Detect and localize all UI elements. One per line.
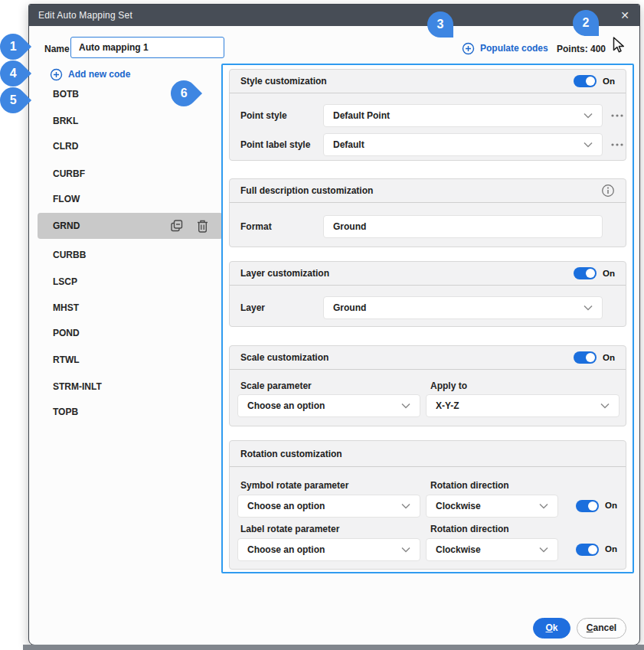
name-input[interactable] xyxy=(70,37,224,58)
dialog-titlebar[interactable]: Edit Auto Mapping Set xyxy=(29,5,639,26)
label-rotate-parameter-label: Label rotate parameter xyxy=(240,521,339,537)
code-item-pond[interactable]: POND xyxy=(53,325,175,341)
label-rotation-direction-dropdown[interactable]: Clockwise xyxy=(426,538,558,561)
add-new-code-label: Add new code xyxy=(68,67,130,82)
code-settings-panel: Style customization On Point style Defau… xyxy=(221,64,634,573)
scale-toggle[interactable] xyxy=(574,351,597,364)
code-item-clrd[interactable]: CLRD xyxy=(53,139,175,154)
symbol-rotation-toggle[interactable] xyxy=(576,500,599,512)
scale-parameter-label: Scale parameter xyxy=(240,378,312,394)
rotation-direction-label: Rotation direction xyxy=(430,521,509,537)
callout-badge-2: 2 xyxy=(573,10,599,36)
code-item-topb[interactable]: TOPB xyxy=(53,404,175,420)
plus-circle-icon xyxy=(50,68,63,81)
info-icon[interactable] xyxy=(601,184,615,198)
scale-toggle-state: On xyxy=(603,353,615,362)
style-customization-card: Style customization On Point style Defau… xyxy=(229,69,626,161)
rotation-customization-title: Rotation customization xyxy=(240,449,342,459)
apply-to-dropdown[interactable]: X-Y-Z xyxy=(426,394,619,417)
layer-label: Layer xyxy=(240,300,265,315)
chevron-down-icon xyxy=(401,403,410,409)
rotation-direction-label: Rotation direction xyxy=(430,478,509,493)
populate-codes-label: Populate codes xyxy=(480,41,548,56)
layer-customization-title: Layer customization xyxy=(240,268,329,279)
name-label: Name xyxy=(44,41,70,57)
ok-button[interactable]: Ok xyxy=(533,618,570,639)
chevron-down-icon xyxy=(584,305,593,311)
chevron-down-icon xyxy=(600,403,610,409)
populate-codes-button[interactable]: Populate codes xyxy=(462,41,548,56)
scale-customization-header: Scale customization On xyxy=(230,346,626,370)
symbol-rotation-direction-value: Clockwise xyxy=(436,501,539,511)
label-rotation-toggle[interactable] xyxy=(576,544,599,556)
point-label-style-more-button[interactable] xyxy=(608,139,626,151)
chevron-down-icon xyxy=(539,547,548,553)
style-toggle-state: On xyxy=(603,77,615,86)
format-input[interactable] xyxy=(323,215,603,238)
background-app-strip xyxy=(23,645,644,650)
points-count: Points: 400 xyxy=(557,41,606,57)
chevron-down-icon xyxy=(584,142,593,148)
label-rotate-parameter-value: Choose an option xyxy=(247,544,401,555)
callout-badge-1: 1 xyxy=(0,28,31,65)
layer-value: Ground xyxy=(333,302,584,313)
symbol-rotation-direction-dropdown[interactable]: Clockwise xyxy=(426,495,558,518)
layer-toggle[interactable] xyxy=(574,267,597,279)
point-label-style-dropdown[interactable]: Default xyxy=(323,133,603,156)
add-new-code-button[interactable]: Add new code xyxy=(50,67,130,82)
point-label-style-label: Point label style xyxy=(240,137,310,152)
code-item-grnd-selected[interactable]: GRND xyxy=(38,213,223,239)
code-item-strm-inlt[interactable]: STRM-INLT xyxy=(53,379,175,394)
code-item-grnd-label: GRND xyxy=(53,220,168,231)
layer-toggle-state: On xyxy=(603,269,615,278)
point-label-style-value: Default xyxy=(333,139,584,150)
label-rotate-parameter-dropdown[interactable]: Choose an option xyxy=(237,538,420,561)
style-toggle[interactable] xyxy=(574,75,597,87)
code-item-brkl[interactable]: BRKL xyxy=(53,113,175,129)
toggle-knob xyxy=(588,501,597,511)
code-item-lscp[interactable]: LSCP xyxy=(53,274,175,289)
layer-customization-card: Layer customization On Layer Ground xyxy=(229,261,626,327)
chevron-down-icon xyxy=(401,547,410,553)
code-item-curbb[interactable]: CURBB xyxy=(53,247,175,263)
code-item-botb[interactable]: BOTB xyxy=(53,87,175,102)
code-item-curbf[interactable]: CURBF xyxy=(53,166,175,181)
point-style-label: Point style xyxy=(240,108,287,123)
scale-parameter-value: Choose an option xyxy=(247,400,401,411)
plus-circle-icon xyxy=(462,42,475,55)
point-style-dropdown[interactable]: Default Point xyxy=(323,104,603,127)
chevron-down-icon xyxy=(539,503,548,509)
callout-badge-3: 3 xyxy=(427,11,453,38)
point-style-value: Default Point xyxy=(333,110,584,121)
edit-auto-mapping-set-dialog: Edit Auto Mapping Set ✕ Name Populate co… xyxy=(28,4,640,645)
label-rotation-direction-value: Clockwise xyxy=(436,544,539,555)
cancel-button[interactable]: Cancel xyxy=(577,618,626,639)
dialog-title: Edit Auto Mapping Set xyxy=(38,10,132,21)
code-item-rtwl[interactable]: RTWL xyxy=(53,352,175,367)
code-item-flow[interactable]: FLOW xyxy=(53,191,175,207)
symbol-rotation-toggle-state: On xyxy=(605,501,617,510)
apply-to-label: Apply to xyxy=(430,378,467,394)
symbol-rotate-parameter-label: Symbol rotate parameter xyxy=(240,478,348,493)
scale-customization-card: Scale customization On Scale parameter A… xyxy=(229,345,626,426)
scale-parameter-dropdown[interactable]: Choose an option xyxy=(237,394,420,417)
delete-code-icon[interactable] xyxy=(194,217,211,234)
cursor-pointer-icon xyxy=(609,35,626,54)
full-description-card: Full description customization Format xyxy=(229,178,626,247)
label-rotation-toggle-state: On xyxy=(605,544,617,554)
point-style-more-button[interactable] xyxy=(608,109,626,122)
rotation-customization-card: Rotation customization Symbol rotate par… xyxy=(229,440,626,570)
toggle-knob xyxy=(588,545,597,554)
code-item-mhst[interactable]: MHST xyxy=(53,300,175,315)
toggle-knob xyxy=(586,269,595,278)
scale-customization-title: Scale customization xyxy=(240,352,329,363)
callout-badge-4: 4 xyxy=(0,55,31,92)
style-customization-header: Style customization On xyxy=(230,70,626,93)
rotation-customization-header: Rotation customization xyxy=(230,441,626,467)
chevron-down-icon xyxy=(584,113,593,119)
close-icon[interactable]: ✕ xyxy=(620,8,629,22)
toggle-knob xyxy=(586,77,595,86)
layer-dropdown[interactable]: Ground xyxy=(323,296,603,319)
duplicate-code-icon[interactable] xyxy=(168,217,185,234)
symbol-rotate-parameter-dropdown[interactable]: Choose an option xyxy=(237,495,420,518)
